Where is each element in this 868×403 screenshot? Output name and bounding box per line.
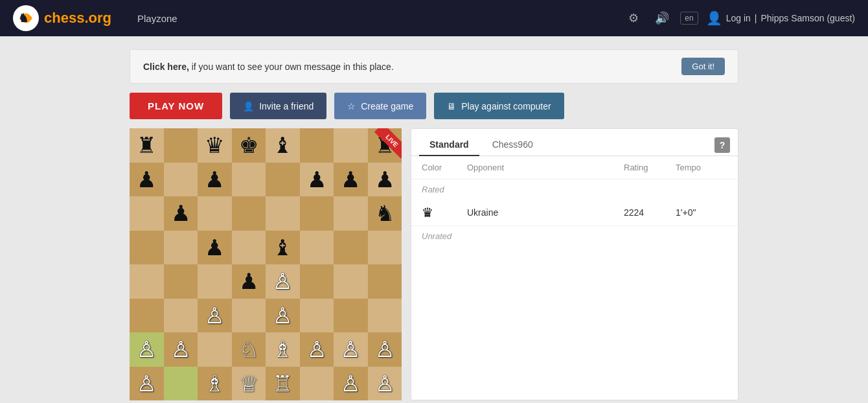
- board-cell[interactable]: ♙: [368, 367, 402, 401]
- chess-board: ♜♛♚♝♜♟♟♟♟♟♟♞♟♝♟♙♙♙♙♙♘♗♙♙♙♙♗♕♖♙♙: [130, 128, 402, 400]
- board-cell[interactable]: ♟: [164, 196, 198, 231]
- table-header: Color Opponent Rating Tempo: [411, 156, 738, 179]
- board-cell[interactable]: [334, 196, 368, 231]
- board-cell[interactable]: ♟: [198, 231, 232, 265]
- board-cell[interactable]: [198, 332, 232, 367]
- board-cell[interactable]: [334, 264, 368, 299]
- board-cell[interactable]: ♟: [130, 163, 164, 197]
- chess-piece: ♕: [239, 373, 258, 395]
- language-btn[interactable]: en: [680, 12, 698, 25]
- board-cell[interactable]: [300, 264, 334, 299]
- board-cell[interactable]: ♙: [164, 332, 198, 367]
- board-cell[interactable]: [198, 264, 232, 299]
- board-cell[interactable]: ♟: [198, 163, 232, 197]
- board-cell[interactable]: ♟: [300, 163, 334, 197]
- tab-help-button[interactable]: ?: [714, 137, 730, 153]
- board-cell[interactable]: [164, 299, 198, 333]
- board-cell[interactable]: [334, 299, 368, 333]
- opponent-name: Ukraine: [467, 207, 624, 218]
- board-cell[interactable]: [164, 367, 198, 401]
- board-cell[interactable]: ♙: [334, 332, 368, 367]
- got-it-button[interactable]: Got it!: [681, 58, 725, 75]
- user-icon: 👤: [706, 10, 722, 26]
- board-cell[interactable]: [300, 231, 334, 265]
- chess-piece: ♗: [205, 373, 224, 395]
- tab-chess960[interactable]: Chess960: [482, 134, 543, 156]
- chess-piece: ♟: [341, 168, 360, 190]
- board-cell[interactable]: [334, 231, 368, 265]
- chess-piece: ♙: [273, 305, 292, 327]
- board-cell[interactable]: ♗: [266, 332, 300, 367]
- section-unrated: Unrated: [411, 226, 738, 246]
- board-cell[interactable]: [130, 231, 164, 265]
- board-cell[interactable]: ♙: [266, 264, 300, 299]
- play-now-button[interactable]: PLAY NOW: [130, 93, 222, 119]
- board-cell[interactable]: [368, 264, 402, 299]
- board-cell[interactable]: [300, 128, 334, 163]
- chess-piece: ♖: [273, 373, 292, 395]
- chess-piece: ♝: [273, 134, 292, 156]
- board-cell[interactable]: [164, 231, 198, 265]
- live-badge: LIVE: [374, 128, 402, 159]
- board-cell[interactable]: ♙: [368, 332, 402, 367]
- main-area: ♜♛♚♝♜♟♟♟♟♟♟♞♟♝♟♙♙♙♙♙♘♗♙♙♙♙♗♕♖♙♙ LIVE Sta…: [130, 128, 738, 400]
- board-cell[interactable]: [300, 367, 334, 401]
- board-cell[interactable]: [300, 196, 334, 231]
- chess-board-container: ♜♛♚♝♜♟♟♟♟♟♟♞♟♝♟♙♙♙♙♙♘♗♙♙♙♙♗♕♖♙♙ LIVE: [130, 128, 402, 400]
- chess-piece: ♟: [375, 168, 394, 190]
- tab-standard[interactable]: Standard: [419, 134, 479, 156]
- star-icon: ☆: [347, 101, 356, 111]
- table-row[interactable]: ♛ Ukraine 2224 1'+0": [411, 200, 738, 226]
- board-cell[interactable]: [368, 231, 402, 265]
- board-cell[interactable]: [232, 299, 266, 333]
- board-cell[interactable]: [232, 196, 266, 231]
- board-cell[interactable]: ♙: [198, 299, 232, 333]
- board-cell[interactable]: ♙: [130, 367, 164, 401]
- logo[interactable]: ♞ chess.org: [13, 5, 111, 31]
- board-cell[interactable]: ♝: [266, 231, 300, 265]
- chess-piece: ♙: [375, 338, 394, 360]
- create-game-button[interactable]: ☆ Create game: [334, 93, 426, 119]
- board-cell[interactable]: ♘: [232, 332, 266, 367]
- settings-icon-btn[interactable]: ⚙: [623, 8, 644, 29]
- board-cell[interactable]: ♟: [232, 264, 266, 299]
- board-cell[interactable]: [130, 196, 164, 231]
- board-cell[interactable]: [232, 231, 266, 265]
- board-cell[interactable]: ♙: [130, 332, 164, 367]
- board-cell[interactable]: ♕: [232, 367, 266, 401]
- board-cell[interactable]: ♟: [334, 163, 368, 197]
- board-cell[interactable]: ♙: [266, 299, 300, 333]
- board-cell[interactable]: [130, 299, 164, 333]
- play-computer-button[interactable]: 🖥 Play against computer: [434, 93, 564, 119]
- board-cell[interactable]: [266, 163, 300, 197]
- board-cell[interactable]: [368, 299, 402, 333]
- board-cell[interactable]: ♟: [368, 163, 402, 197]
- game-panel-tabs: Standard Chess960 ?: [411, 129, 738, 156]
- board-cell[interactable]: [266, 196, 300, 231]
- header-divider: |: [755, 13, 757, 23]
- board-cell[interactable]: [164, 163, 198, 197]
- board-cell[interactable]: [164, 264, 198, 299]
- board-cell[interactable]: ♙: [334, 367, 368, 401]
- board-cell[interactable]: ♚: [232, 128, 266, 163]
- invite-friend-button[interactable]: 👤 Invite a friend: [230, 93, 326, 119]
- board-cell[interactable]: [198, 196, 232, 231]
- board-cell[interactable]: [130, 264, 164, 299]
- player-rating: 2224: [624, 207, 676, 218]
- board-cell[interactable]: [232, 163, 266, 197]
- board-cell[interactable]: [300, 299, 334, 333]
- board-cell[interactable]: ♜: [130, 128, 164, 163]
- sound-icon-btn[interactable]: 🔊: [652, 8, 672, 29]
- board-cell[interactable]: [164, 128, 198, 163]
- player-tempo: 1'+0": [676, 207, 727, 218]
- nav-playzone[interactable]: Playzone: [137, 13, 177, 24]
- board-cell[interactable]: ♞: [368, 196, 402, 231]
- board-cell[interactable]: ♙: [300, 332, 334, 367]
- board-cell[interactable]: ♝: [266, 128, 300, 163]
- col-header-tempo: Tempo: [676, 163, 727, 172]
- board-cell[interactable]: ♗: [198, 367, 232, 401]
- login-link[interactable]: Log in: [726, 13, 751, 23]
- chess-piece: ♟: [307, 168, 326, 190]
- board-cell[interactable]: ♖: [266, 367, 300, 401]
- board-cell[interactable]: ♛: [198, 128, 232, 163]
